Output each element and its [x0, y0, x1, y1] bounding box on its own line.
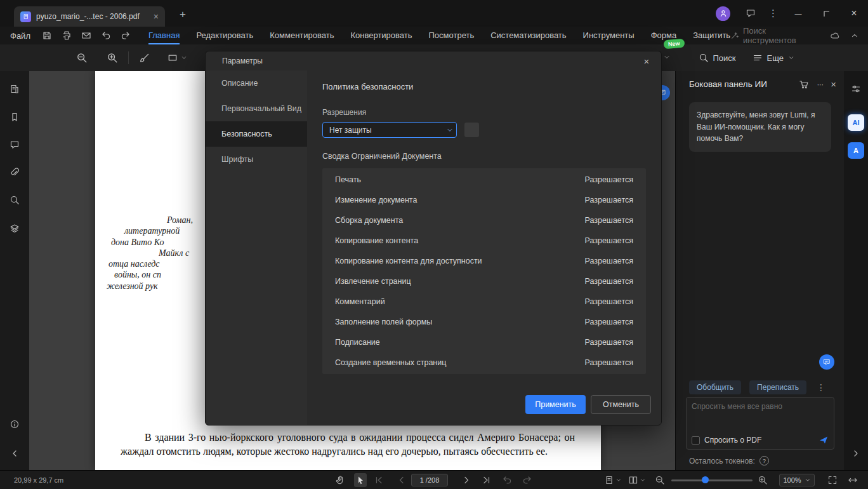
tab-view[interactable]: Посмотреть [429, 27, 475, 44]
search-panel-icon[interactable] [10, 195, 20, 205]
tab-tools[interactable]: Инструменты [583, 27, 635, 44]
tab-protect[interactable]: Защитить [693, 27, 730, 44]
search-icon [699, 53, 709, 63]
attachments-icon[interactable] [10, 167, 20, 177]
next-page-icon[interactable] [461, 471, 471, 489]
expand-panel-icon[interactable] [851, 448, 861, 459]
fit-width-icon[interactable] [848, 471, 858, 489]
save-icon[interactable] [42, 30, 52, 41]
mail-icon[interactable] [81, 30, 91, 41]
page-layout-icon[interactable] [628, 471, 646, 489]
translate-icon[interactable]: A [848, 142, 864, 159]
statusbar: 20,99 x 29,7 cm 1 /208 100% [0, 470, 868, 489]
rewrite-button[interactable]: Переписать [749, 380, 806, 394]
page-total-label: /208 [426, 476, 439, 484]
left-sidebar [0, 71, 29, 470]
feedback-icon[interactable] [746, 8, 756, 18]
tab-convert[interactable]: Конвертировать [350, 27, 412, 44]
bookmarks-icon[interactable] [10, 112, 20, 122]
page-view-mode-icon[interactable] [604, 471, 622, 489]
brush-tool-icon[interactable] [139, 52, 150, 64]
close-button[interactable]: × [840, 0, 868, 27]
ai-assistant-icon[interactable]: AI [848, 114, 864, 131]
zoom-in-icon[interactable] [758, 471, 768, 489]
dialog-tab-initial-view[interactable]: Первоначальный Вид [206, 96, 307, 121]
permissions-dropdown[interactable]: Нет защиты [322, 122, 457, 138]
last-page-icon[interactable] [482, 471, 492, 489]
table-row: КомментарийРазрешается [322, 291, 646, 312]
zoom-out-icon[interactable] [655, 471, 665, 489]
tab-home[interactable]: Главная [148, 27, 180, 44]
ai-prompt-input[interactable] [692, 402, 829, 435]
layers-icon[interactable] [10, 224, 20, 234]
ai-panel-title: Боковая панель ИИ [689, 79, 767, 89]
new-tab-button[interactable]: + [175, 7, 190, 22]
properties-tune-icon[interactable] [851, 84, 861, 94]
settings-dialog: Параметры × Описание Первоначальный Вид … [205, 51, 662, 425]
search-label: Поиск [713, 53, 736, 63]
tab-organize[interactable]: Систематизировать [490, 27, 566, 44]
dialog-tab-fonts[interactable]: Шрифты [206, 147, 307, 172]
document-tab[interactable]: pyuzo_mario_-...tec - 2006.pdf × [14, 6, 165, 27]
hand-tool-icon[interactable] [335, 471, 345, 489]
page-paragraph: В здании 3-го нью-йоркского уголовного с… [121, 431, 575, 458]
page-number-input[interactable]: 1 /208 [411, 474, 448, 486]
first-page-icon[interactable] [374, 471, 384, 489]
ask-pdf-label: Спросить о PDF [704, 436, 814, 445]
info-icon[interactable] [10, 419, 20, 429]
tab-close-icon[interactable]: × [154, 11, 159, 22]
app-window: pyuzo_mario_-...tec - 2006.pdf × + ⋮ — ×… [0, 0, 868, 489]
restrictions-summary-title: Сводка Ограничений Документа [322, 152, 646, 161]
previous-view-icon[interactable] [502, 471, 512, 489]
minimize-button[interactable]: — [784, 0, 812, 27]
tab-comment[interactable]: Комментировать [270, 27, 334, 44]
maximize-button[interactable] [812, 0, 840, 27]
app-menu-icon[interactable]: ⋮ [768, 8, 778, 19]
tokens-label: Осталось токенов: [689, 457, 755, 466]
ai-close-icon[interactable]: × [831, 79, 836, 90]
more-button[interactable]: Еще [753, 53, 794, 63]
dialog-tab-description[interactable]: Описание [206, 70, 307, 96]
table-row: Сборка документаРазрешается [322, 210, 646, 231]
zoom-out-tool-icon[interactable] [76, 52, 88, 64]
shape-tool-icon[interactable] [167, 52, 187, 64]
send-icon[interactable] [819, 435, 829, 445]
cart-icon[interactable] [799, 79, 809, 90]
dialog-close-icon[interactable]: × [640, 56, 654, 67]
zoom-in-tool-icon[interactable] [107, 52, 118, 64]
zoom-slider[interactable] [671, 471, 753, 489]
collapse-sidebar-icon[interactable] [10, 448, 20, 459]
zoom-level-dropdown[interactable]: 100% [779, 474, 815, 486]
redo-icon[interactable] [121, 30, 131, 41]
collapse-ribbon-icon[interactable] [850, 31, 859, 40]
print-icon[interactable] [62, 30, 72, 41]
comments-icon[interactable] [10, 140, 20, 150]
chevron-down-icon[interactable] [663, 53, 671, 61]
next-view-icon[interactable] [522, 471, 532, 489]
tokens-help-icon[interactable]: ? [760, 456, 769, 466]
table-row: Копирование контента для доступностиРазр… [322, 251, 646, 271]
cloud-icon[interactable] [830, 30, 840, 41]
tab-edit[interactable]: Редактировать [196, 27, 253, 44]
fullscreen-icon[interactable] [827, 471, 838, 489]
search-tools-button[interactable]: Поиск инструментов [730, 26, 820, 45]
permissions-edit-box[interactable] [464, 123, 479, 137]
apply-button[interactable]: Применить [525, 395, 586, 414]
ai-more-icon[interactable]: ··· [817, 79, 823, 89]
thumbnails-icon[interactable] [10, 84, 20, 94]
account-avatar[interactable] [716, 6, 730, 21]
previous-page-icon[interactable] [397, 471, 407, 489]
select-tool-icon[interactable] [354, 473, 367, 487]
dialog-tab-security[interactable]: Безопасность [206, 121, 307, 147]
ask-pdf-checkbox[interactable] [692, 436, 700, 445]
search-tools-label: Поиск инструментов [743, 26, 820, 45]
search-button[interactable]: Поиск [699, 53, 736, 63]
menu-file[interactable]: Файл [0, 31, 42, 41]
ai-actions-more-icon[interactable]: ⋮ [817, 382, 825, 392]
cancel-button[interactable]: Отменить [591, 395, 651, 414]
undo-icon[interactable] [101, 30, 111, 41]
permissions-label: Разрешения [322, 108, 646, 117]
zoom-slider-thumb[interactable] [702, 476, 709, 483]
summarize-button[interactable]: Обобщить [689, 380, 741, 394]
ai-chat-icon[interactable] [819, 354, 834, 370]
